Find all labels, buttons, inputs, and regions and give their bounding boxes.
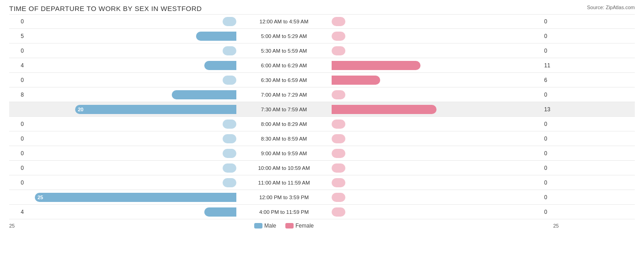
left-bar-container: [26, 120, 236, 129]
male-value: 0: [13, 18, 24, 25]
axis-row: 25 Male Female 25: [9, 221, 635, 230]
male-bar: [223, 163, 236, 173]
right-bar-container: [332, 207, 542, 217]
left-bar-container: [26, 61, 236, 70]
female-bar: [332, 32, 345, 41]
female-bar: [332, 105, 437, 114]
female-value: 0: [544, 92, 555, 98]
male-bar: [196, 32, 236, 41]
left-bar-container: [26, 17, 236, 26]
female-value: 13: [544, 106, 555, 113]
left-section: 0: [9, 161, 238, 175]
time-label: 10:00 AM to 10:59 AM: [238, 165, 330, 171]
chart-row: 08:00 AM to 8:29 AM0: [9, 117, 635, 131]
right-bar-container: [332, 178, 542, 187]
right-section: 0: [330, 15, 559, 28]
male-value: 5: [13, 33, 24, 39]
right-section: 0: [330, 29, 559, 43]
female-bar: [332, 163, 345, 173]
time-label: 12:00 PM to 3:59 PM: [238, 195, 330, 200]
time-label: 4:00 PM to 11:59 PM: [238, 209, 330, 215]
time-label: 8:30 AM to 8:59 AM: [238, 136, 330, 141]
chart-container: TIME OF DEPARTURE TO WORK BY SEX IN WEST…: [0, 0, 644, 272]
male-bar: [223, 149, 236, 158]
left-section: 0: [9, 73, 238, 87]
right-section: 0: [330, 146, 559, 160]
female-bar: [332, 134, 345, 143]
female-bar: [332, 90, 345, 99]
female-value: 0: [544, 180, 555, 186]
male-bar: [223, 120, 236, 129]
left-bar-container: [26, 134, 236, 143]
male-value: 8: [13, 92, 24, 98]
right-bar-container: [332, 193, 542, 202]
male-value: 0: [13, 48, 24, 54]
male-value: 0: [13, 121, 24, 127]
right-bar-container: [332, 105, 542, 114]
right-section: 6: [330, 73, 559, 87]
chart-row: 05:30 AM to 5:59 AM0: [9, 44, 635, 58]
left-section: 0: [9, 146, 238, 160]
left-section: 4: [9, 205, 238, 219]
right-section: 0: [330, 175, 559, 190]
female-value: 0: [544, 18, 555, 25]
female-bar: [332, 193, 345, 202]
female-value: 0: [544, 136, 555, 142]
female-bar: [332, 61, 420, 70]
female-bar: [332, 178, 345, 187]
left-bar-container: [26, 32, 236, 41]
left-bar-container: [26, 163, 236, 173]
right-section: 0: [330, 87, 559, 102]
time-label: 12:00 AM to 4:59 AM: [238, 19, 330, 24]
axis-right: 25: [330, 223, 559, 228]
left-section: 25: [9, 190, 238, 204]
left-bar-container: 25: [26, 193, 236, 202]
male-value: 0: [13, 150, 24, 157]
female-value: 0: [544, 121, 555, 127]
source-text: Source: ZipAtlas.com: [587, 5, 635, 10]
male-bar: [204, 61, 236, 70]
female-bar: [332, 207, 345, 217]
chart-row: 46:00 AM to 6:29 AM11: [9, 58, 635, 73]
legend-male-box: [254, 223, 262, 228]
left-bar-container: [26, 46, 236, 55]
male-bar: 20: [75, 105, 236, 114]
female-value: 0: [544, 33, 555, 39]
right-bar-container: [332, 90, 542, 99]
male-value: 0: [13, 180, 24, 186]
time-label: 7:30 AM to 7:59 AM: [238, 107, 330, 112]
right-section: 0: [330, 131, 559, 146]
female-value: 0: [544, 150, 555, 157]
female-value: 0: [544, 165, 555, 171]
legend-male: Male: [254, 223, 276, 229]
legend-female-label: Female: [295, 223, 314, 229]
chart-title: TIME OF DEPARTURE TO WORK BY SEX IN WEST…: [9, 5, 635, 12]
chart-row: 08:30 AM to 8:59 AM0: [9, 131, 635, 146]
male-value: 0: [13, 77, 24, 83]
left-bar-container: [26, 76, 236, 85]
female-value: 6: [544, 77, 555, 83]
right-bar-container: [332, 76, 542, 85]
chart-row: 011:00 AM to 11:59 AM0: [9, 175, 635, 190]
male-bar: [223, 178, 236, 187]
right-bar-container: [332, 134, 542, 143]
time-label: 5:00 AM to 5:29 AM: [238, 33, 330, 39]
time-label: 6:30 AM to 6:59 AM: [238, 77, 330, 83]
time-label: 5:30 AM to 5:59 AM: [238, 48, 330, 54]
left-section: 8: [9, 87, 238, 102]
chart-row: 012:00 AM to 4:59 AM0: [9, 14, 635, 29]
right-bar-container: [332, 149, 542, 158]
male-value: 4: [13, 62, 24, 69]
female-value: 0: [544, 209, 555, 215]
right-section: 0: [330, 44, 559, 58]
left-bar-container: [26, 178, 236, 187]
legend-female-box: [285, 223, 294, 228]
right-bar-container: [332, 120, 542, 129]
right-bar-container: [332, 46, 542, 55]
right-section: 0: [330, 190, 559, 204]
female-value: 0: [544, 194, 555, 201]
male-bar: [223, 46, 236, 55]
right-section: 11: [330, 58, 559, 72]
legend: Male Female: [238, 223, 330, 229]
chart-row: 06:30 AM to 6:59 AM6: [9, 73, 635, 87]
